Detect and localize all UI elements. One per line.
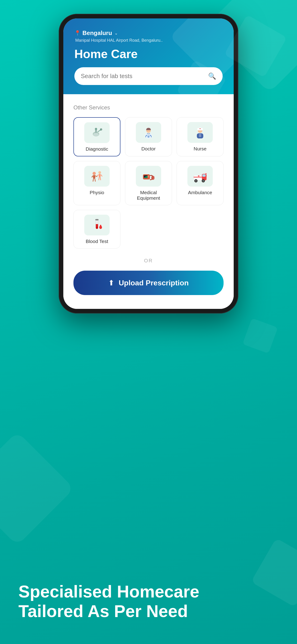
svg-point-56 xyxy=(100,225,101,226)
svg-point-2 xyxy=(95,128,97,130)
svg-point-48 xyxy=(202,180,204,182)
svg-rect-25 xyxy=(93,175,95,179)
ambulance-label: Ambulance xyxy=(188,190,212,195)
phone-frame: 📍 Bengaluru ⌄ Manipal Hospital HAL Airpo… xyxy=(59,14,238,314)
service-card-diagnostic[interactable]: Diagnostic xyxy=(74,117,120,156)
svg-point-18 xyxy=(98,171,101,174)
tagline-section: Specialised Homecare Tailored As Per Nee… xyxy=(0,564,297,644)
svg-point-5 xyxy=(93,133,99,136)
svg-line-28 xyxy=(93,179,94,181)
svg-rect-35 xyxy=(147,176,147,178)
svg-point-7 xyxy=(147,136,150,138)
diagnostic-icon xyxy=(90,125,104,140)
header: 📍 Bengaluru ⌄ Manipal Hospital HAL Airpo… xyxy=(63,18,234,94)
service-card-physio[interactable]: Physio xyxy=(74,161,120,205)
upload-prescription-label: Upload Prescription xyxy=(118,279,188,287)
svg-rect-33 xyxy=(144,177,145,178)
service-card-medical-equipment[interactable]: Medical Equipment xyxy=(125,161,172,205)
svg-rect-50 xyxy=(205,173,206,174)
tagline-line2: Tailored As Per Need xyxy=(18,602,188,621)
svg-rect-44 xyxy=(202,174,206,177)
svg-rect-36 xyxy=(151,176,154,180)
content-area: Other Services Diagnostic xyxy=(63,94,234,309)
service-card-doctor[interactable]: Doctor xyxy=(125,117,172,156)
svg-point-24 xyxy=(92,172,96,175)
svg-rect-17 xyxy=(199,134,201,137)
nurse-label: Nurse xyxy=(194,146,206,152)
medical-equipment-icon xyxy=(141,169,156,184)
search-input[interactable] xyxy=(81,72,204,80)
phone-screen: 📍 Bengaluru ⌄ Manipal Hospital HAL Airpo… xyxy=(63,18,234,309)
svg-line-26 xyxy=(95,176,97,177)
svg-point-53 xyxy=(96,227,98,229)
service-card-ambulance[interactable]: Ambulance xyxy=(176,161,224,205)
svg-line-23 xyxy=(100,177,100,180)
physio-icon xyxy=(90,169,104,184)
doctor-icon-bg xyxy=(136,122,161,143)
doctor-icon xyxy=(141,125,156,140)
tagline-line1: Specialised Homecare xyxy=(18,582,200,601)
city-name: Bengaluru xyxy=(82,30,112,36)
nurse-icon xyxy=(193,125,208,140)
svg-line-27 xyxy=(92,176,93,177)
blood-test-icon xyxy=(90,218,104,232)
ambulance-icon-bg xyxy=(188,166,213,186)
tagline-text: Specialised Homecare Tailored As Per Nee… xyxy=(18,582,278,621)
physio-icon-bg xyxy=(84,166,110,186)
svg-line-29 xyxy=(95,179,95,181)
service-card-nurse[interactable]: Nurse xyxy=(176,117,224,156)
upload-icon: ⬆ xyxy=(108,278,114,287)
service-card-blood-test[interactable]: Blood Test xyxy=(74,210,120,248)
blood-test-icon-bg xyxy=(84,215,110,236)
svg-rect-54 xyxy=(95,219,98,220)
svg-line-20 xyxy=(97,175,98,176)
diagnostic-icon-bg xyxy=(84,122,110,143)
svg-rect-42 xyxy=(198,175,199,177)
medical-equipment-icon-bg xyxy=(136,166,161,186)
nurse-icon-bg xyxy=(188,122,213,143)
or-divider: OR xyxy=(74,258,224,264)
physio-label: Physio xyxy=(90,190,104,195)
svg-point-4 xyxy=(100,128,102,130)
ambulance-icon xyxy=(193,169,208,184)
svg-point-46 xyxy=(195,180,197,182)
svg-line-22 xyxy=(99,177,99,180)
search-icon: 🔍 xyxy=(208,72,216,80)
sub-location: Manipal Hospital HAL Airport Road, Benga… xyxy=(74,38,223,43)
blood-test-label: Blood Test xyxy=(86,238,108,244)
location-pin-icon: 📍 xyxy=(74,30,80,36)
medical-equipment-label: Medical Equipment xyxy=(129,190,168,201)
diagnostic-label: Diagnostic xyxy=(86,146,108,152)
svg-line-21 xyxy=(101,175,102,176)
page-title: Home Care xyxy=(74,47,223,61)
services-grid: Diagnostic xyxy=(74,117,224,248)
doctor-label: Doctor xyxy=(141,146,156,152)
location-row[interactable]: 📍 Bengaluru ⌄ xyxy=(74,30,223,36)
chevron-down-icon[interactable]: ⌄ xyxy=(114,31,118,36)
section-title: Other Services xyxy=(74,104,224,111)
upload-prescription-button[interactable]: ⬆ Upload Prescription xyxy=(74,271,224,295)
svg-rect-10 xyxy=(148,134,149,134)
svg-point-37 xyxy=(148,176,149,177)
svg-rect-16 xyxy=(200,128,200,130)
svg-rect-19 xyxy=(99,174,100,177)
svg-rect-34 xyxy=(146,176,146,178)
search-bar[interactable]: 🔍 xyxy=(74,67,223,85)
